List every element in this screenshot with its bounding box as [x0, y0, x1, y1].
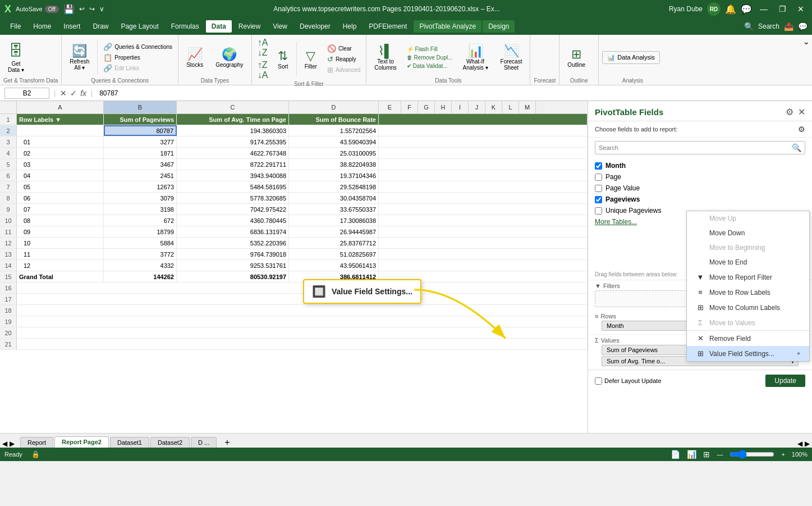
cell-b7[interactable]: 12673	[104, 181, 177, 192]
ribbon-expand-icon[interactable]: ⌄	[803, 37, 810, 46]
refresh-all-button[interactable]: 🔄 RefreshAll ▾	[65, 42, 94, 73]
sort-za-button[interactable]: ↑Z↓A	[255, 60, 270, 81]
data-validation-button[interactable]: ✔ Data Validat...	[405, 62, 455, 70]
col-header-g[interactable]: G	[418, 101, 435, 113]
add-sheet-icon[interactable]: +	[220, 437, 234, 448]
sort-button[interactable]: ⇅ Sort	[273, 47, 292, 72]
col-header-d[interactable]: D	[289, 101, 379, 113]
cell-a2[interactable]	[17, 125, 104, 136]
ribbon-expand[interactable]: ⌄	[801, 35, 812, 85]
col-header-k[interactable]: K	[485, 101, 502, 113]
sheet-tab-dataset1[interactable]: Dataset1	[110, 437, 149, 448]
cell-b3[interactable]: 3277	[104, 136, 177, 147]
outline-button[interactable]: ⊞ Outline	[563, 45, 590, 70]
sheet-tab-dataset2[interactable]: Dataset2	[150, 437, 190, 448]
pivot-field-unique-pageviews-checkbox[interactable]	[595, 207, 602, 215]
comments-icon[interactable]: 💬	[798, 22, 808, 31]
ctx-value-field-settings[interactable]: ⊞ Value Field Settings... ⌖	[687, 346, 809, 361]
cell-b5[interactable]: 3467	[104, 159, 177, 170]
pivot-field-page-value[interactable]: Page Value	[595, 183, 805, 194]
minimize-btn[interactable]: —	[756, 3, 771, 15]
text-to-columns-button[interactable]: ⌇▌ Text toColumns	[370, 42, 401, 73]
cell-d3[interactable]: 43.59040394	[289, 136, 379, 147]
cell-d9[interactable]: 33.67550337	[289, 204, 379, 215]
name-box[interactable]	[4, 88, 49, 99]
col-header-l[interactable]: L	[502, 101, 519, 113]
col-header-i[interactable]: I	[452, 101, 469, 113]
queries-connections-button[interactable]: 🔗 Queries & Connections	[101, 42, 175, 52]
data-analysis-button[interactable]: 📊 Data Analysis	[602, 51, 660, 64]
cell-c11[interactable]: 6836.131974	[177, 226, 289, 237]
view-page-layout-icon[interactable]: 📊	[687, 450, 696, 459]
cell-a6[interactable]: 04	[17, 170, 104, 181]
cell-c7[interactable]: 5484.581695	[177, 181, 289, 192]
cell-empty-20[interactable]	[17, 327, 588, 338]
advanced-button[interactable]: ⊞ Advanced	[325, 65, 363, 75]
pivot-field-page-checkbox[interactable]	[595, 174, 602, 181]
cell-b11[interactable]: 18799	[104, 226, 177, 237]
cell-d12[interactable]: 25.83767712	[289, 238, 379, 248]
cell-a9[interactable]: 07	[17, 204, 104, 215]
zoom-slider[interactable]	[730, 450, 774, 459]
pivot-settings-icon[interactable]: ⚙	[786, 107, 793, 117]
col-header-a[interactable]: A	[17, 101, 104, 113]
sheet-scroll-left-icon[interactable]: ◀	[797, 440, 802, 448]
cell-b1[interactable]: Sum of Pageviews	[104, 114, 177, 125]
cell-b12[interactable]: 5884	[104, 238, 177, 248]
menu-pivot-analyze[interactable]: PivotTable Analyze	[414, 20, 481, 33]
ctx-remove-field[interactable]: ✕ Remove Field	[687, 330, 809, 346]
cell-c5[interactable]: 8722.291711	[177, 159, 289, 170]
save-icon[interactable]: 💾	[63, 4, 75, 15]
menu-developer[interactable]: Developer	[294, 20, 336, 33]
cell-d10[interactable]: 17.30086038	[289, 215, 379, 226]
col-header-e[interactable]: E	[379, 101, 401, 113]
cell-c4[interactable]: 4622.767348	[177, 148, 289, 158]
cell-empty-17[interactable]	[17, 294, 588, 304]
cell-empty-21[interactable]	[17, 339, 588, 349]
col-header-b[interactable]: B	[104, 101, 177, 113]
flash-fill-button[interactable]: ⚡ Flash Fill	[405, 45, 455, 53]
menu-pdfelement[interactable]: PDFElement	[363, 20, 412, 33]
menu-help[interactable]: Help	[337, 20, 363, 33]
pivot-field-pageviews[interactable]: Pageviews	[595, 194, 805, 205]
prev-sheet-icon[interactable]: ◀	[2, 440, 7, 448]
value-field-settings-popup[interactable]: 🔲 Value Field Settings...	[303, 279, 421, 304]
menu-review[interactable]: Review	[233, 20, 266, 33]
cell-c6[interactable]: 3943.940088	[177, 170, 289, 181]
ribbon-collapse-icon[interactable]: 🔔	[725, 4, 736, 15]
forecast-sheet-button[interactable]: 📉 ForecastSheet	[496, 42, 527, 73]
customize-icon[interactable]: ∨	[99, 5, 104, 13]
pivot-field-page-value-checkbox[interactable]	[595, 185, 602, 192]
edit-links-button[interactable]: 🔗 Edit Links	[101, 63, 175, 73]
zoom-decrease-icon[interactable]: —	[717, 451, 723, 458]
cell-b6[interactable]: 2451	[104, 170, 177, 181]
col-header-j[interactable]: J	[469, 101, 485, 113]
cell-d1[interactable]: Sum of Bounce Rate	[289, 114, 379, 125]
cell-b13[interactable]: 3772	[104, 249, 177, 259]
cell-d7[interactable]: 29.52848198	[289, 181, 379, 192]
clear-button[interactable]: 🚫 Clear	[325, 44, 363, 53]
cell-a12[interactable]: 10	[17, 238, 104, 248]
ctx-move-down[interactable]: Move Down	[687, 226, 809, 240]
sort-az-button[interactable]: ↑A↓Z	[255, 37, 270, 58]
cell-a1[interactable]: Row Labels ▼	[17, 114, 104, 125]
cell-b14[interactable]: 4332	[104, 260, 177, 271]
cell-b15[interactable]: 144262	[104, 271, 177, 282]
cell-c3[interactable]: 9174.255395	[177, 136, 289, 147]
cell-b2[interactable]: 80787	[104, 125, 177, 136]
menu-search[interactable]: Search	[758, 22, 779, 30]
col-header-h[interactable]: H	[435, 101, 452, 113]
cell-c1[interactable]: Sum of Avg. Time on Page	[177, 114, 289, 125]
autosave-toggle[interactable]: Off	[45, 6, 59, 13]
cell-c8[interactable]: 5778.320685	[177, 193, 289, 203]
pivot-gear-icon[interactable]: ⚙	[798, 125, 805, 134]
cell-c10[interactable]: 4360.780445	[177, 215, 289, 226]
update-button[interactable]: Update	[765, 375, 805, 387]
cell-a15[interactable]: Grand Total	[17, 271, 104, 282]
cell-a3[interactable]: 01	[17, 136, 104, 147]
menu-data[interactable]: Data	[206, 20, 232, 33]
share-icon[interactable]: 📤	[784, 22, 793, 31]
cell-a10[interactable]: 08	[17, 215, 104, 226]
zoom-increase-icon[interactable]: +	[781, 451, 785, 458]
col-header-f[interactable]: F	[401, 101, 418, 113]
